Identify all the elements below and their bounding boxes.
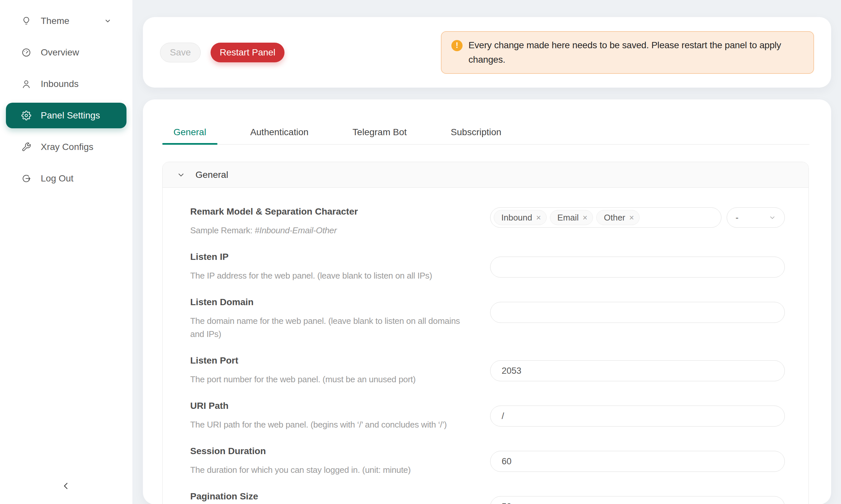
sidebar-item-log-out[interactable]: Log Out	[6, 166, 126, 191]
sidebar-item-panel-settings[interactable]: Panel Settings	[6, 103, 126, 128]
toolbar-buttons: Save Restart Panel	[160, 43, 285, 62]
remove-tag-icon[interactable]: ×	[629, 214, 634, 222]
form-row-session-duration: Session Duration The duration for which …	[190, 446, 808, 476]
general-collapse-panel: General Remark Model & Separation Charac…	[162, 162, 809, 504]
sidebar-item-label: Overview	[41, 47, 79, 58]
wrench-icon	[21, 142, 32, 152]
field-label: URI Path	[190, 400, 490, 412]
session-duration-input[interactable]	[490, 451, 785, 472]
remove-tag-icon[interactable]: ×	[536, 214, 541, 222]
general-form: Remark Model & Separation Character Samp…	[162, 188, 808, 504]
field-description: The URI path for the web panel. (begins …	[190, 418, 470, 431]
sidebar-item-label: Panel Settings	[41, 110, 100, 121]
tab-telegram-bot[interactable]: Telegram Bot	[341, 127, 418, 144]
field-label: Listen IP	[190, 251, 490, 263]
tab-general[interactable]: General	[162, 127, 218, 144]
chevron-down-icon	[769, 214, 776, 221]
form-row-listen-domain: Listen Domain The domain name for the we…	[190, 296, 808, 341]
remove-tag-icon[interactable]: ×	[583, 214, 588, 222]
sidebar-item-theme[interactable]: Theme	[6, 8, 126, 34]
sidebar-item-label: Theme	[41, 16, 69, 26]
form-row-listen-ip: Listen IP The IP address for the web pan…	[190, 251, 808, 282]
separator-value: -	[736, 213, 738, 223]
field-description: Sample Remark: #Inbound-Email-Other	[190, 224, 470, 237]
field-label: Pagination Size	[190, 491, 490, 502]
separation-character-select[interactable]: -	[727, 208, 785, 228]
settings-card: General Authentication Telegram Bot Subs…	[143, 100, 831, 504]
sidebar-item-overview[interactable]: Overview	[6, 40, 126, 65]
tab-subscription[interactable]: Subscription	[440, 127, 513, 144]
sample-remark-value: #Inbound-Email-Other	[255, 226, 337, 235]
gear-icon	[21, 110, 32, 121]
chevron-down-icon[interactable]	[104, 17, 111, 24]
tag-email: Email ×	[550, 210, 593, 225]
tab-authentication[interactable]: Authentication	[239, 127, 320, 144]
sidebar-item-xray-configs[interactable]: Xray Configs	[6, 134, 126, 160]
field-description: The IP address for the web panel. (leave…	[190, 269, 470, 282]
pagination-size-input[interactable]	[490, 496, 785, 504]
listen-domain-input[interactable]	[490, 302, 785, 323]
tag-other: Other ×	[596, 210, 640, 225]
gauge-icon	[21, 47, 32, 58]
form-row-uri-path: URI Path The URI path for the web panel.…	[190, 400, 808, 431]
logout-icon	[21, 173, 32, 184]
sidebar: Theme Overview Inbounds	[0, 0, 132, 504]
remark-model-multiselect[interactable]: Inbound × Email × Other ×	[490, 208, 721, 228]
form-row-remark-model: Remark Model & Separation Character Samp…	[190, 206, 808, 237]
sidebar-item-inbounds[interactable]: Inbounds	[6, 71, 126, 97]
collapse-title: General	[195, 169, 228, 180]
listen-port-input[interactable]	[490, 360, 785, 381]
tag-inbound: Inbound ×	[494, 210, 547, 225]
sidebar-item-label: Inbounds	[41, 79, 79, 89]
field-description: The port number for the web panel. (must…	[190, 373, 470, 386]
field-label: Listen Domain	[190, 296, 490, 308]
form-row-listen-port: Listen Port The port number for the web …	[190, 355, 808, 386]
field-description: The domain name for the web panel. (leav…	[190, 314, 470, 341]
sidebar-collapse-button[interactable]	[59, 479, 73, 493]
uri-path-input[interactable]	[490, 406, 785, 427]
toolbar-card: Save Restart Panel ! Every change made h…	[143, 17, 831, 88]
sample-remark-prefix: Sample Remark:	[190, 226, 255, 235]
main-content: Save Restart Panel ! Every change made h…	[132, 0, 841, 504]
restart-panel-button[interactable]: Restart Panel	[210, 43, 285, 62]
lightbulb-icon	[21, 16, 32, 26]
chevron-down-icon	[177, 171, 185, 179]
form-row-pagination-size: Pagination Size	[190, 491, 808, 504]
person-icon	[21, 79, 32, 89]
field-label: Remark Model & Separation Character	[190, 206, 490, 217]
general-collapse-header[interactable]: General	[162, 162, 808, 188]
exclamation-circle-icon: !	[451, 40, 463, 51]
save-button[interactable]: Save	[160, 43, 201, 62]
alert-message: Every change made here needs to be saved…	[468, 38, 804, 67]
sidebar-item-label: Xray Configs	[41, 142, 93, 152]
restart-warning-alert: ! Every change made here needs to be sav…	[441, 31, 814, 74]
sidebar-item-label: Log Out	[41, 173, 73, 184]
field-label: Session Duration	[190, 446, 490, 457]
settings-tabs: General Authentication Telegram Bot Subs…	[162, 127, 809, 145]
field-description: The duration for which you can stay logg…	[190, 463, 470, 476]
field-label: Listen Port	[190, 355, 490, 366]
chevron-left-icon	[61, 481, 71, 491]
listen-ip-input[interactable]	[490, 257, 785, 277]
